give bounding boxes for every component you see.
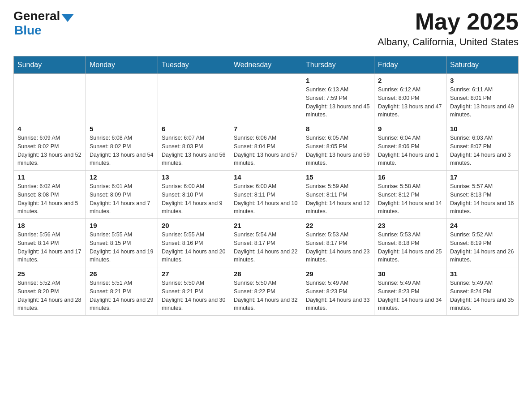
day-info: Sunrise: 6:08 AMSunset: 8:02 PMDaylight:… [90,134,154,167]
day-info: Sunrise: 5:54 AMSunset: 8:17 PMDaylight:… [234,231,298,264]
calendar-cell: 24Sunrise: 5:52 AMSunset: 8:19 PMDayligh… [446,219,519,267]
calendar-cell [230,74,302,122]
calendar-cell: 7Sunrise: 6:06 AMSunset: 8:04 PMDaylight… [230,122,302,171]
day-info: Sunrise: 6:01 AMSunset: 8:09 PMDaylight:… [90,182,154,216]
calendar-cell: 27Sunrise: 5:50 AMSunset: 8:21 PMDayligh… [158,267,230,316]
day-number: 31 [450,270,515,278]
calendar-cell [14,74,86,122]
calendar-cell: 1Sunrise: 6:13 AMSunset: 7:59 PMDaylight… [302,74,374,122]
col-header-sunday: Sunday [14,56,86,74]
day-number: 5 [90,125,154,133]
calendar-cell: 19Sunrise: 5:55 AMSunset: 8:15 PMDayligh… [86,219,158,267]
calendar-cell: 28Sunrise: 5:50 AMSunset: 8:22 PMDayligh… [230,267,302,316]
calendar-cell: 30Sunrise: 5:49 AMSunset: 8:23 PMDayligh… [374,267,446,316]
day-number: 27 [162,270,226,278]
calendar-table: SundayMondayTuesdayWednesdayThursdayFrid… [13,56,519,316]
day-number: 26 [90,270,154,278]
calendar-cell: 4Sunrise: 6:09 AMSunset: 8:02 PMDaylight… [14,122,86,171]
calendar-cell: 29Sunrise: 5:49 AMSunset: 8:23 PMDayligh… [302,267,374,316]
day-info: Sunrise: 5:52 AMSunset: 8:19 PMDaylight:… [450,231,515,264]
day-number: 29 [306,270,370,278]
day-number: 14 [234,173,298,181]
day-info: Sunrise: 6:05 AMSunset: 8:05 PMDaylight:… [306,134,370,167]
calendar-week-2: 4Sunrise: 6:09 AMSunset: 8:02 PMDaylight… [14,122,519,171]
day-info: Sunrise: 5:49 AMSunset: 8:23 PMDaylight:… [306,279,370,313]
day-info: Sunrise: 6:04 AMSunset: 8:06 PMDaylight:… [378,134,442,167]
day-number: 25 [17,270,82,278]
calendar-cell: 5Sunrise: 6:08 AMSunset: 8:02 PMDaylight… [86,122,158,171]
day-info: Sunrise: 5:57 AMSunset: 8:13 PMDaylight:… [450,182,515,216]
logo-general-text: General [13,9,60,23]
day-info: Sunrise: 6:07 AMSunset: 8:03 PMDaylight:… [162,134,226,167]
day-number: 12 [90,173,154,181]
col-header-tuesday: Tuesday [158,56,230,74]
day-info: Sunrise: 6:12 AMSunset: 8:00 PMDaylight:… [378,86,442,119]
day-info: Sunrise: 6:00 AMSunset: 8:10 PMDaylight:… [162,182,226,216]
day-number: 8 [306,125,370,133]
title-section: May 2025 Albany, California, United Stat… [378,9,519,48]
calendar-week-4: 18Sunrise: 5:56 AMSunset: 8:14 PMDayligh… [14,219,519,267]
month-year-title: May 2025 [378,9,519,34]
calendar-week-5: 25Sunrise: 5:52 AMSunset: 8:20 PMDayligh… [14,267,519,316]
day-info: Sunrise: 5:59 AMSunset: 8:11 PMDaylight:… [306,182,370,216]
col-header-monday: Monday [86,56,158,74]
calendar-cell: 18Sunrise: 5:56 AMSunset: 8:14 PMDayligh… [14,219,86,267]
calendar-cell: 6Sunrise: 6:07 AMSunset: 8:03 PMDaylight… [158,122,230,171]
calendar-cell: 20Sunrise: 5:55 AMSunset: 8:16 PMDayligh… [158,219,230,267]
calendar-cell [86,74,158,122]
day-info: Sunrise: 6:00 AMSunset: 8:11 PMDaylight:… [234,182,298,216]
day-info: Sunrise: 6:02 AMSunset: 8:08 PMDaylight:… [17,182,82,216]
calendar-cell: 12Sunrise: 6:01 AMSunset: 8:09 PMDayligh… [86,171,158,219]
day-number: 4 [17,125,82,133]
calendar-cell [158,74,230,122]
day-number: 13 [162,173,226,181]
day-info: Sunrise: 5:50 AMSunset: 8:21 PMDaylight:… [162,279,226,313]
day-number: 7 [234,125,298,133]
calendar-cell: 31Sunrise: 5:49 AMSunset: 8:24 PMDayligh… [446,267,519,316]
day-info: Sunrise: 5:58 AMSunset: 8:12 PMDaylight:… [378,182,442,216]
day-number: 2 [378,77,442,84]
calendar-cell: 17Sunrise: 5:57 AMSunset: 8:13 PMDayligh… [446,171,519,219]
day-info: Sunrise: 5:55 AMSunset: 8:16 PMDaylight:… [162,231,226,264]
day-info: Sunrise: 5:51 AMSunset: 8:21 PMDaylight:… [90,279,154,313]
col-header-saturday: Saturday [446,56,519,74]
calendar-cell: 11Sunrise: 6:02 AMSunset: 8:08 PMDayligh… [14,171,86,219]
logo-blue-text: Blue [14,23,42,37]
col-header-wednesday: Wednesday [230,56,302,74]
col-header-friday: Friday [374,56,446,74]
calendar-cell: 2Sunrise: 6:12 AMSunset: 8:00 PMDaylight… [374,74,446,122]
day-number: 15 [306,173,370,181]
day-number: 16 [378,173,442,181]
calendar-week-1: 1Sunrise: 6:13 AMSunset: 7:59 PMDaylight… [14,74,519,122]
day-number: 10 [450,125,515,133]
day-number: 20 [162,222,226,229]
day-info: Sunrise: 6:13 AMSunset: 7:59 PMDaylight:… [306,86,370,119]
calendar-cell: 3Sunrise: 6:11 AMSunset: 8:01 PMDaylight… [446,74,519,122]
logo: General Blue [13,9,74,38]
calendar-cell: 15Sunrise: 5:59 AMSunset: 8:11 PMDayligh… [302,171,374,219]
location-subtitle: Albany, California, United States [378,36,519,48]
day-number: 6 [162,125,226,133]
calendar-week-3: 11Sunrise: 6:02 AMSunset: 8:08 PMDayligh… [14,171,519,219]
calendar-cell: 26Sunrise: 5:51 AMSunset: 8:21 PMDayligh… [86,267,158,316]
day-number: 24 [450,222,515,229]
day-info: Sunrise: 5:55 AMSunset: 8:15 PMDaylight:… [90,231,154,264]
day-info: Sunrise: 5:49 AMSunset: 8:23 PMDaylight:… [378,279,442,313]
day-number: 23 [378,222,442,229]
day-number: 17 [450,173,515,181]
logo-arrow-icon [61,14,74,22]
calendar-header-row: SundayMondayTuesdayWednesdayThursdayFrid… [14,56,519,74]
day-number: 28 [234,270,298,278]
day-info: Sunrise: 5:53 AMSunset: 8:18 PMDaylight:… [378,231,442,264]
day-info: Sunrise: 5:49 AMSunset: 8:24 PMDaylight:… [450,279,515,313]
day-info: Sunrise: 6:11 AMSunset: 8:01 PMDaylight:… [450,86,515,119]
day-number: 9 [378,125,442,133]
day-number: 22 [306,222,370,229]
calendar-cell: 16Sunrise: 5:58 AMSunset: 8:12 PMDayligh… [374,171,446,219]
calendar-cell: 21Sunrise: 5:54 AMSunset: 8:17 PMDayligh… [230,219,302,267]
day-number: 19 [90,222,154,229]
day-info: Sunrise: 6:06 AMSunset: 8:04 PMDaylight:… [234,134,298,167]
day-number: 11 [17,173,82,181]
page-header: General Blue May 2025 Albany, California… [13,9,519,48]
calendar-cell: 13Sunrise: 6:00 AMSunset: 8:10 PMDayligh… [158,171,230,219]
